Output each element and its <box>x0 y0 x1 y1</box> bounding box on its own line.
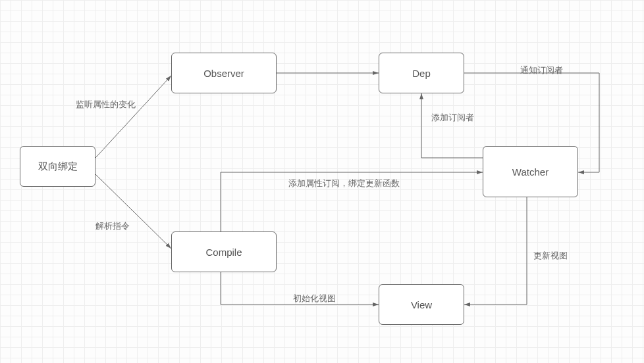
node-observer-label: Observer <box>203 68 244 79</box>
node-compile-label: Compile <box>205 247 242 258</box>
node-compile: Compile <box>171 231 277 272</box>
node-dep: Dep <box>379 53 464 93</box>
label-dep-watcher: 通知订阅者 <box>520 64 563 76</box>
node-view-label: View <box>411 299 432 310</box>
node-watcher-label: Watcher <box>512 166 549 178</box>
edge-watcher-dep-bend <box>421 133 483 158</box>
edge-binding-compile <box>95 174 171 249</box>
edge-binding-observer <box>95 76 171 158</box>
node-view: View <box>379 284 464 325</box>
node-observer: Observer <box>171 53 277 93</box>
edge-watcher-view <box>464 197 527 304</box>
label-binding-compile: 解析指令 <box>95 220 130 232</box>
node-watcher: Watcher <box>483 146 578 197</box>
label-binding-observer: 监听属性的变化 <box>76 99 136 110</box>
node-binding-label: 双向绑定 <box>38 160 78 173</box>
label-watcher-dep: 添加订阅者 <box>431 112 474 124</box>
label-compile-watcher: 添加属性订阅，绑定更新函数 <box>288 178 400 189</box>
node-dep-label: Dep <box>412 68 431 79</box>
label-watcher-view: 更新视图 <box>533 250 568 262</box>
label-compile-view: 初始化视图 <box>293 293 336 304</box>
node-binding: 双向绑定 <box>20 146 95 187</box>
